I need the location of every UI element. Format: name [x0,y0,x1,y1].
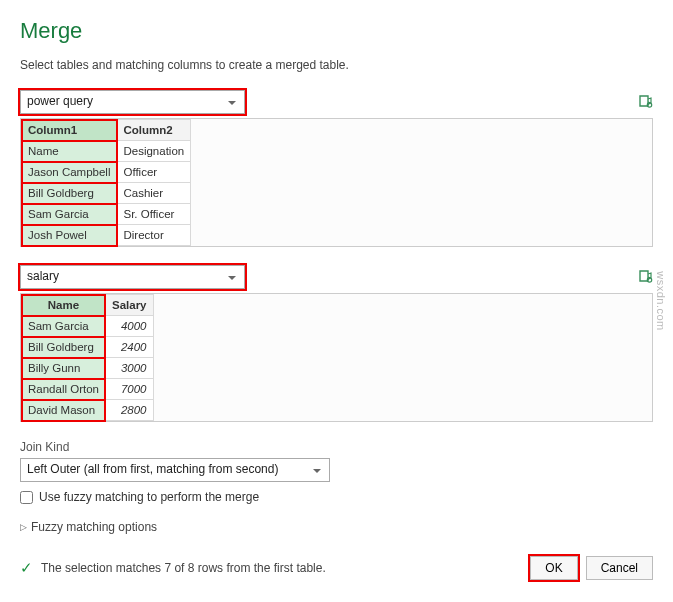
table-row: Billy Gunn3000 [22,358,154,379]
refresh-icon[interactable] [637,93,653,112]
join-kind-label: Join Kind [20,440,653,454]
table-row: Sam GarciaSr. Officer [22,204,191,225]
join-kind-dropdown[interactable]: Left Outer (all from first, matching fro… [20,458,330,482]
table1-header-col1[interactable]: Column1 [22,120,117,141]
table-row: Josh PowelDirector [22,225,191,246]
table2-dropdown[interactable]: salary [20,265,245,289]
table-row: David Mason2800 [22,400,154,421]
table1-dropdown[interactable]: power query [20,90,245,114]
refresh-icon[interactable] [637,268,653,287]
page-subtitle: Select tables and matching columns to cr… [20,58,653,72]
table1-preview-container: Column1 Column2 NameDesignation Jason Ca… [20,118,653,247]
table-row: Randall Orton7000 [22,379,154,400]
table2-header-col2[interactable]: Salary [105,295,153,316]
table1-header-col2[interactable]: Column2 [117,120,191,141]
table-row: Sam Garcia4000 [22,316,154,337]
ok-button[interactable]: OK [530,556,577,580]
table1-preview: Column1 Column2 NameDesignation Jason Ca… [21,119,191,246]
fuzzy-label: Use fuzzy matching to perform the merge [39,490,259,504]
watermark: wsxdn.com [655,271,667,331]
table2-preview-container: Name Salary Sam Garcia4000 Bill Goldberg… [20,293,653,422]
fuzzy-checkbox[interactable] [20,491,33,504]
fuzzy-options-expander[interactable]: Fuzzy matching options [20,520,653,534]
status-text: The selection matches 7 of 8 rows from t… [41,561,326,575]
checkmark-icon: ✓ [20,559,33,577]
page-title: Merge [20,18,653,44]
table-row: NameDesignation [22,141,191,162]
table-row: Jason CampbellOfficer [22,162,191,183]
cancel-button[interactable]: Cancel [586,556,653,580]
table2-header-col1[interactable]: Name [22,295,106,316]
table-row: Bill Goldberg2400 [22,337,154,358]
table-row: Bill GoldbergCashier [22,183,191,204]
table2-preview: Name Salary Sam Garcia4000 Bill Goldberg… [21,294,154,421]
